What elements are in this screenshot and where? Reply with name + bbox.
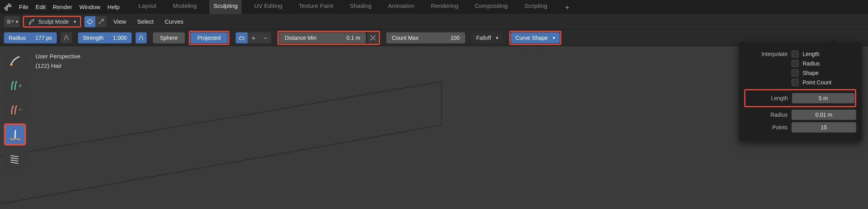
curve-shape-highlight: Curve Shape ▾ [509,31,561,45]
points-label: Points [744,124,788,131]
sphere-button[interactable]: Sphere [153,32,185,43]
tab-modeling[interactable]: Modeling [169,0,201,14]
density-mode-auto-icon[interactable] [236,32,248,43]
curve-shape-label: Curve Shape [516,35,548,41]
interpolate-label: Interpolate [744,51,788,57]
editor-type-dropdown[interactable]: ▾ [4,16,20,27]
strength-label: Strength [78,35,108,41]
tool-delete-curves-icon[interactable]: − [4,99,26,121]
distance-edit-icon[interactable] [367,32,378,43]
header-menu-select[interactable]: Select [133,18,158,25]
overlay-line-1: User Perspective [35,52,80,61]
length-label: Length [746,95,788,101]
interpolate-shape-label: Shape [803,70,856,76]
interpolate-shape-checkbox[interactable] [792,69,799,77]
overlay-toggle-a[interactable] [84,16,95,27]
header-menu-view[interactable]: View [110,18,130,25]
svg-point-10 [19,138,20,140]
svg-point-0 [88,19,92,24]
tab-shading[interactable]: Shading [346,0,376,14]
strength-pressure-icon[interactable] [136,32,147,43]
interpolate-length-checkbox[interactable] [792,50,799,58]
tab-uv-editing[interactable]: UV Editing [250,0,286,14]
interpolate-radius-checkbox[interactable] [792,60,799,67]
curve-shape-dropdown[interactable]: Curve Shape ▾ [511,32,560,43]
projected-button[interactable]: Projected [190,32,228,43]
menu-help[interactable]: Help [108,4,120,10]
svg-rect-3 [239,37,244,39]
distance-min-field[interactable]: Distance Min 0.1 m [279,32,366,43]
chevron-down-icon: ▾ [496,35,498,41]
mode-dropdown[interactable]: Sculpt Mode ▾ [23,16,81,28]
editor-header: ▾ Sculpt Mode ▾ View Select Curves [0,14,868,30]
tab-sculpting[interactable]: Sculpting [209,0,242,14]
menu-edit[interactable]: Edit [35,4,46,10]
svg-point-7 [10,138,12,140]
length-field[interactable]: 5 m [792,93,855,103]
radius-label: Radius [4,35,31,41]
blender-logo-icon [4,3,12,11]
interpolate-length-label: Length [803,51,856,57]
menu-render[interactable]: Render [53,4,72,10]
viewport-3d[interactable]: User Perspective (122) Hair + − [0,46,868,209]
chevron-down-icon: ▾ [553,35,555,41]
svg-text:−: − [19,105,22,114]
top-menu-bar: File Edit Render Window Help Layout Mode… [0,0,868,14]
overlay-toggle-group [84,16,106,27]
svg-point-9 [16,138,18,140]
falloff-dropdown[interactable]: Falloff ▾ [471,32,503,43]
radius-field-popover[interactable]: 0.01 m [792,110,856,120]
count-max-value: 100 [451,35,460,41]
chevron-down-icon: ▾ [16,19,18,24]
tab-rendering[interactable]: Rendering [427,0,462,14]
strength-field[interactable]: Strength 1.000 [78,32,132,43]
tool-settings: Radius 177 px Strength 1.000 Sphere Proj… [0,30,868,46]
tool-add-curves-icon[interactable]: + [4,75,26,97]
radius-field[interactable]: Radius 177 px [4,32,57,43]
radius-value: 177 px [31,35,57,41]
tab-animation[interactable]: Animation [384,0,419,14]
workspace-tabs: Layout Modeling Sculpting UV Editing Tex… [134,0,575,14]
svg-point-1 [66,35,67,36]
tool-density-icon[interactable] [4,123,26,146]
density-mode-add-icon[interactable]: ＋ [248,32,259,43]
density-mode-remove-icon[interactable]: － [259,32,271,43]
distance-min-highlight: Distance Min 0.1 m [278,31,380,45]
tab-compositing[interactable]: Compositing [471,0,512,14]
svg-point-2 [141,35,142,36]
popover-arrow-icon [830,39,838,43]
projected-highlight: Projected [189,31,229,45]
overlay-toggle-b[interactable] [95,16,106,27]
distance-min-value: 0.1 m [346,35,360,41]
svg-point-4 [11,63,13,66]
points-field[interactable]: 15 [792,122,856,132]
sculpt-brush-icon [28,18,35,25]
interpolate-pointcount-label: Point Count [803,79,856,86]
tool-draw-icon[interactable] [4,50,26,72]
falloff-label: Falloff [476,35,491,41]
tab-layout[interactable]: Layout [134,0,160,14]
tab-texture-paint[interactable]: Texture Paint [295,0,337,14]
count-max-field[interactable]: Count Max 100 [386,32,465,43]
radius-label-popover: Radius [744,112,788,118]
menu-window[interactable]: Window [79,4,100,10]
count-max-label: Count Max [392,35,419,41]
radius-pressure-icon[interactable] [61,32,72,43]
svg-text:+: + [19,82,22,90]
length-highlight: Length 5 m [744,89,856,107]
tab-add-workspace[interactable]: ＋ [560,0,575,14]
tool-column: + − [4,50,26,170]
interpolate-radius-label: Radius [803,60,856,67]
mode-label: Sculpt Mode [38,19,69,25]
menu-file[interactable]: File [19,4,28,10]
tool-comb-icon[interactable] [4,148,26,170]
strength-value: 1.000 [108,35,132,41]
interpolate-pointcount-checkbox[interactable] [792,79,799,86]
distance-min-label: Distance Min [285,35,317,41]
density-mode-segmented: ＋ － [236,32,271,43]
curve-shape-popover: Interpolate Length Radius Shape Point Co… [739,43,862,141]
svg-point-8 [12,138,14,140]
tab-scripting[interactable]: Scripting [520,0,551,14]
header-menu-curves[interactable]: Curves [161,18,188,25]
overlay-line-2: (122) Hair [35,61,80,71]
